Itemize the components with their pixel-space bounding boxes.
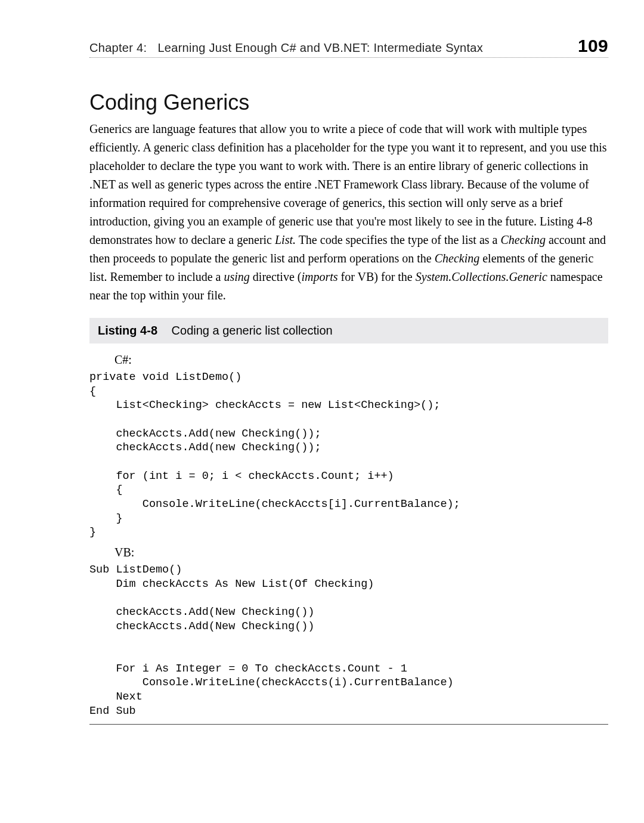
chapter-title: Learning Just Enough C# and VB.NET: Inte… bbox=[157, 41, 567, 55]
csharp-code-block: private void ListDemo() { List<Checking>… bbox=[89, 370, 608, 540]
page-number: 109 bbox=[578, 36, 608, 56]
vb-code-block: Sub ListDemo() Dim checkAccts As New Lis… bbox=[89, 563, 608, 718]
bottom-rule bbox=[89, 724, 608, 725]
vb-label: VB: bbox=[114, 546, 608, 559]
section-heading: Coding Generics bbox=[89, 90, 608, 115]
csharp-label: C#: bbox=[114, 353, 608, 367]
listing-bar: Listing 4-8 Coding a generic list collec… bbox=[89, 318, 608, 344]
page: Chapter 4: Learning Just Enough C# and V… bbox=[0, 0, 644, 823]
chapter-label: Chapter 4: bbox=[89, 41, 147, 55]
listing-caption: Coding a generic list collection bbox=[172, 324, 333, 337]
listing-label: Listing 4-8 bbox=[98, 324, 157, 337]
body-paragraph: Generics are language features that allo… bbox=[89, 120, 608, 305]
running-header: Chapter 4: Learning Just Enough C# and V… bbox=[89, 36, 608, 58]
